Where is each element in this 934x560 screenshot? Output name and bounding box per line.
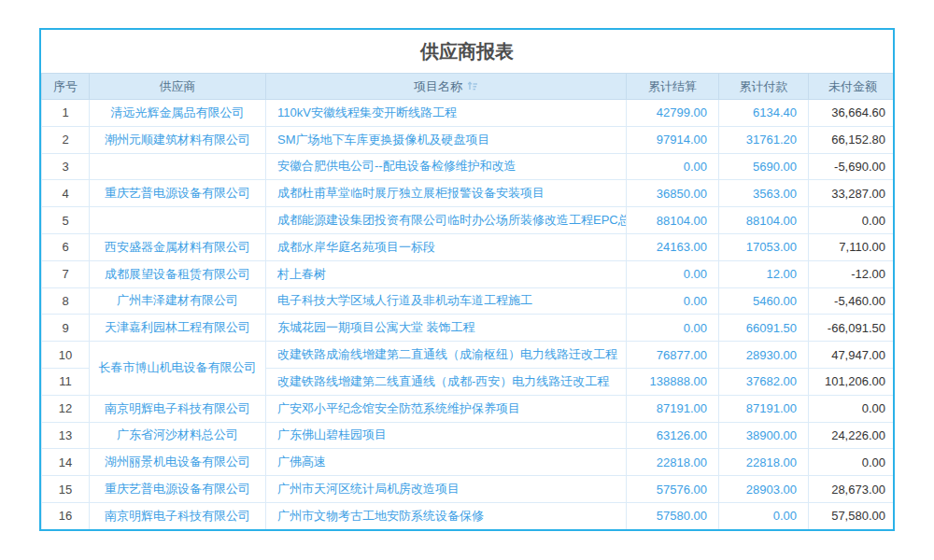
settled-amount-cell: 88104.00	[627, 207, 719, 234]
project-name-cell: 广州市天河区统计局机房改造项目	[266, 476, 627, 503]
table-row: 4重庆艺普电源设备有限公司成都杜甫草堂临时展厅独立展柜报警设备安装项目36850…	[42, 180, 896, 207]
settled-amount-cell: 36850.00	[627, 180, 719, 207]
paid-amount-cell: 88104.00	[719, 207, 809, 234]
page-title: 供应商报表	[41, 30, 893, 73]
settled-amount-cell: 22818.00	[627, 449, 719, 476]
unpaid-amount-cell: -5,460.00	[809, 287, 896, 315]
row-index-cell: 15	[42, 476, 90, 503]
row-index-cell: 4	[42, 180, 90, 207]
unpaid-amount-cell: 0.00	[809, 207, 896, 234]
table-row: 12南京明辉电子科技有限公司广安邓小平纪念馆安全防范系统维护保养项目87191.…	[42, 395, 896, 422]
row-index-cell: 13	[42, 422, 90, 449]
unpaid-amount-cell: 0.00	[809, 449, 896, 476]
settled-amount-cell: 0.00	[627, 153, 719, 180]
unpaid-amount-cell: 7,110.00	[809, 233, 896, 260]
row-index-cell: 1	[42, 100, 90, 127]
row-index-cell: 2	[42, 126, 90, 153]
project-name-cell: 成都能源建设集团投资有限公司临时办公场所装修改造工程EPC总承包	[266, 207, 627, 234]
project-name-cell: 安徽合肥供电公司--配电设备检修维护和改造	[266, 153, 627, 180]
supplier-cell: 成都展望设备租赁有限公司	[90, 260, 266, 287]
unpaid-amount-cell: 33,287.00	[809, 180, 896, 207]
project-name-cell: 广佛高速	[266, 449, 627, 476]
row-index-cell: 16	[42, 502, 90, 529]
table-row: 10长春市博山机电设备有限公司改建铁路成渝线增建第二直通线（成渝枢纽）电力线路迁…	[42, 342, 896, 369]
settled-amount-cell: 0.00	[627, 287, 719, 315]
paid-amount-cell: 38900.00	[719, 422, 809, 449]
row-index-cell: 3	[42, 153, 90, 180]
column-header-unpaid: 未付金额	[809, 74, 896, 100]
table-row: 6西安盛器金属材料有限公司成都水岸华庭名苑项目一标段24163.0017053.…	[42, 233, 896, 260]
settled-amount-cell: 0.00	[627, 260, 719, 287]
project-name-cell: 110kV安徽线程集变开断线路工程	[266, 100, 627, 127]
supplier-cell: 清远光辉金属品有限公司	[90, 100, 266, 127]
settled-amount-cell: 76877.00	[627, 342, 719, 369]
unpaid-amount-cell: 101,206.00	[809, 368, 896, 395]
table-row: 9天津嘉利园林工程有限公司东城花园一期项目公寓大堂 装饰工程0.0066091.…	[42, 315, 896, 342]
row-index-cell: 10	[42, 342, 90, 369]
column-header-project-label: 项目名称	[414, 79, 462, 93]
unpaid-amount-cell: -12.00	[809, 260, 896, 287]
project-name-cell: 改建铁路成渝线增建第二直通线（成渝枢纽）电力线路迁改工程	[266, 342, 627, 369]
project-name-cell: 成都杜甫草堂临时展厅独立展柜报警设备安装项目	[266, 180, 627, 207]
unpaid-amount-cell: 57,580.00	[809, 502, 896, 529]
paid-amount-cell: 12.00	[719, 260, 809, 287]
settled-amount-cell: 97914.00	[627, 126, 719, 153]
settled-amount-cell: 57580.00	[627, 502, 719, 529]
table-row: 5成都能源建设集团投资有限公司临时办公场所装修改造工程EPC总承包88104.0…	[42, 207, 896, 234]
table-body: 1清远光辉金属品有限公司110kV安徽线程集变开断线路工程42799.00613…	[42, 100, 896, 530]
project-name-cell: 东城花园一期项目公寓大堂 装饰工程	[266, 315, 627, 342]
supplier-cell: 重庆艺普电源设备有限公司	[90, 180, 266, 207]
project-name-cell: 村上春树	[266, 260, 627, 287]
supplier-report-table: 序号 供应商 项目名称 累计结算 累计付款 未付金额 1清远光辉金属品有限公司1…	[41, 73, 895, 530]
supplier-cell: 广州丰泽建材有限公司	[90, 287, 266, 315]
paid-amount-cell: 17053.00	[719, 233, 809, 260]
table-row: 8广州丰泽建材有限公司电子科技大学区域人行道及非机动车道工程施工0.005460…	[42, 287, 896, 315]
unpaid-amount-cell: 66,152.80	[809, 126, 896, 153]
supplier-cell: 重庆艺普电源设备有限公司	[90, 476, 266, 503]
column-header-settled: 累计结算	[627, 74, 719, 100]
column-header-supplier: 供应商	[90, 74, 266, 100]
settled-amount-cell: 57576.00	[627, 476, 719, 503]
supplier-cell: 湖州丽景机电设备有限公司	[90, 449, 266, 476]
paid-amount-cell: 5460.00	[719, 287, 809, 315]
project-name-cell: 广安邓小平纪念馆安全防范系统维护保养项目	[266, 395, 627, 422]
column-header-paid: 累计付款	[719, 74, 809, 100]
paid-amount-cell: 3563.00	[719, 180, 809, 207]
unpaid-amount-cell: 0.00	[809, 395, 896, 422]
table-row: 15重庆艺普电源设备有限公司广州市天河区统计局机房改造项目57576.00289…	[42, 476, 896, 503]
supplier-cell: 长春市博山机电设备有限公司	[90, 342, 266, 396]
row-index-cell: 12	[42, 395, 90, 422]
settled-amount-cell: 87191.00	[627, 395, 719, 422]
supplier-cell	[90, 153, 266, 180]
paid-amount-cell: 6134.40	[719, 100, 809, 127]
unpaid-amount-cell: 28,673.00	[809, 476, 896, 503]
row-index-cell: 5	[42, 207, 90, 234]
unpaid-amount-cell: -66,091.50	[809, 315, 896, 342]
project-name-cell: 成都水岸华庭名苑项目一标段	[266, 233, 627, 260]
table-row: 1清远光辉金属品有限公司110kV安徽线程集变开断线路工程42799.00613…	[42, 100, 896, 127]
row-index-cell: 7	[42, 260, 90, 287]
table-row: 3安徽合肥供电公司--配电设备检修维护和改造0.005690.00-5,690.…	[42, 153, 896, 180]
column-header-project[interactable]: 项目名称	[266, 74, 627, 100]
unpaid-amount-cell: 24,226.00	[809, 422, 896, 449]
unpaid-amount-cell: 47,947.00	[809, 342, 896, 369]
paid-amount-cell: 66091.50	[719, 315, 809, 342]
supplier-cell: 潮州元顺建筑材料有限公司	[90, 126, 266, 153]
row-index-cell: 14	[42, 449, 90, 476]
table-row: 16南京明辉电子科技有限公司广州市文物考古工地安防系统设备保修57580.000…	[42, 502, 896, 529]
supplier-cell: 南京明辉电子科技有限公司	[90, 502, 266, 529]
paid-amount-cell: 22818.00	[719, 449, 809, 476]
paid-amount-cell: 28930.00	[719, 342, 809, 369]
project-name-cell: 改建铁路线增建第二线直通线（成都-西安）电力线路迁改工程	[266, 368, 627, 395]
supplier-cell: 广东省河沙材料总公司	[90, 422, 266, 449]
row-index-cell: 8	[42, 287, 90, 315]
sort-ascending-icon[interactable]	[467, 80, 478, 94]
project-name-cell: 广州市文物考古工地安防系统设备保修	[266, 502, 627, 529]
settled-amount-cell: 42799.00	[627, 100, 719, 127]
paid-amount-cell: 0.00	[719, 502, 809, 529]
project-name-cell: SM广场地下车库更换摄像机及硬盘项目	[266, 126, 627, 153]
supplier-cell: 天津嘉利园林工程有限公司	[90, 315, 266, 342]
settled-amount-cell: 24163.00	[627, 233, 719, 260]
supplier-cell	[90, 207, 266, 234]
table-row: 14湖州丽景机电设备有限公司广佛高速22818.0022818.000.00	[42, 449, 896, 476]
